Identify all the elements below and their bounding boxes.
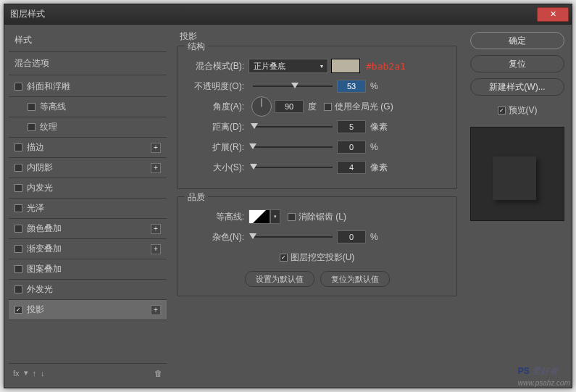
spread-slider[interactable]	[253, 142, 333, 152]
sidebar-item-inner-shadow[interactable]: 内阴影+	[9, 158, 167, 178]
contour-row: 等高线: ▾ 消除锯齿 (L)	[183, 209, 451, 225]
antialias-checkbox[interactable]	[288, 213, 296, 221]
sidebar-item-pattern-overlay[interactable]: 图案叠加	[9, 259, 167, 280]
sidebar-item-label: 纹理	[40, 121, 57, 133]
sidebar-item-gradient-overlay[interactable]: 渐变叠加+	[9, 239, 167, 259]
unit: 像素	[370, 162, 388, 174]
label: 不透明度(O):	[183, 80, 249, 93]
sidebar-header-blend[interactable]: 混合选项	[9, 54, 167, 73]
contour-preview[interactable]	[249, 209, 270, 224]
distance-row: 距离(D): 像素	[183, 119, 451, 135]
add-icon[interactable]: +	[151, 224, 161, 234]
sidebar-item-outer-glow[interactable]: 外发光	[9, 280, 167, 300]
checkbox[interactable]	[14, 164, 22, 172]
sidebar-item-label: 内阴影	[27, 162, 53, 174]
noise-slider[interactable]	[253, 232, 333, 242]
blend-mode-select[interactable]: 正片叠底 ▾	[249, 59, 328, 73]
global-light-checkbox[interactable]	[324, 103, 332, 111]
ok-button[interactable]: 确定	[470, 32, 564, 49]
sidebar-item-inner-glow[interactable]: 内发光	[9, 178, 167, 199]
checkbox[interactable]	[28, 103, 36, 111]
opacity-row: 不透明度(O): %	[183, 78, 451, 94]
knockout-checkbox[interactable]	[280, 254, 288, 262]
sidebar-item-label: 内发光	[27, 182, 53, 194]
preview-checkbox[interactable]	[498, 107, 506, 114]
new-style-button[interactable]: 新建样式(W)...	[470, 78, 564, 96]
label: 扩展(R):	[183, 141, 249, 154]
sidebar-item-label: 光泽	[27, 202, 44, 214]
checkbox[interactable]	[14, 225, 22, 233]
sidebar-item-color-overlay[interactable]: 颜色叠加+	[9, 219, 167, 239]
angle-dial[interactable]	[251, 96, 272, 117]
checkbox[interactable]	[28, 123, 36, 131]
sidebar-item-drop-shadow[interactable]: 投影+	[9, 300, 167, 320]
distance-slider[interactable]	[253, 122, 333, 132]
default-buttons: 设置为默认值 复位为默认值	[183, 271, 451, 287]
fx-menu[interactable]: fx	[13, 369, 20, 378]
add-icon[interactable]: +	[151, 163, 161, 173]
watermark-text: 爱好者	[532, 366, 558, 376]
sidebar-item-label: 图案叠加	[27, 263, 62, 275]
opacity-input[interactable]	[337, 80, 366, 93]
preview-label: 预览(V)	[509, 104, 538, 117]
sidebar-item-satin[interactable]: 光泽	[9, 199, 167, 219]
add-icon[interactable]: +	[151, 143, 161, 153]
distance-input[interactable]	[337, 120, 366, 133]
effects-list: 斜面和浮雕 等高线 纹理 描边+ 内阴影+ 内发光 光泽 颜色叠加+ 渐变叠加+…	[9, 77, 167, 363]
sidebar-item-label: 斜面和浮雕	[27, 80, 70, 93]
label: 杂色(N):	[183, 231, 249, 243]
sidebar-item-bevel[interactable]: 斜面和浮雕	[9, 77, 167, 97]
set-default-button[interactable]: 设置为默认值	[245, 271, 314, 287]
spread-input[interactable]	[337, 141, 366, 154]
arrow-down-icon[interactable]: ↓	[41, 369, 45, 378]
checkbox[interactable]	[14, 265, 22, 273]
contour-dropdown[interactable]: ▾	[270, 209, 280, 224]
checkbox[interactable]	[14, 285, 22, 293]
sidebar-item-stroke[interactable]: 描边+	[9, 138, 167, 158]
divider	[9, 75, 167, 75]
panel-title: 投影	[180, 30, 457, 43]
sidebar-header-styles[interactable]: 样式	[9, 30, 167, 50]
sidebar-item-label: 外发光	[27, 283, 53, 296]
sidebar-item-contour[interactable]: 等高线	[9, 97, 167, 117]
arrow-up-icon[interactable]: ↑	[33, 369, 37, 378]
add-icon[interactable]: +	[151, 305, 161, 315]
structure-group: 结构 混合模式(B): 正片叠底 ▾ #bab2a1 不透明度(O): %	[177, 46, 457, 189]
antialias-label: 消除锯齿 (L)	[299, 211, 346, 223]
legend: 品质	[185, 191, 208, 204]
unit: %	[370, 81, 378, 91]
sidebar-item-label: 投影	[27, 304, 44, 316]
checkbox[interactable]	[14, 143, 22, 151]
color-swatch[interactable]	[331, 59, 360, 73]
add-icon[interactable]: +	[151, 244, 161, 254]
label: 距离(D):	[183, 121, 249, 133]
cancel-button[interactable]: 复位	[470, 55, 564, 72]
reset-default-button[interactable]: 复位为默认值	[320, 271, 390, 287]
angle-row: 角度(A): 度 使用全局光 (G)	[183, 99, 451, 114]
checkbox[interactable]	[14, 306, 22, 314]
sidebar-item-label: 颜色叠加	[27, 222, 62, 235]
checkbox[interactable]	[14, 83, 22, 91]
trash-icon[interactable]: 🗑	[154, 369, 162, 378]
size-slider[interactable]	[253, 162, 333, 172]
watermark-logo: PS	[518, 366, 530, 376]
sidebar-item-texture[interactable]: 纹理	[9, 117, 167, 138]
checkbox[interactable]	[14, 184, 22, 192]
noise-input[interactable]	[337, 230, 366, 243]
size-input[interactable]	[337, 161, 366, 174]
watermark: PS 爱好者 www.psahz.com	[518, 365, 570, 388]
select-value: 正片叠底	[254, 61, 285, 72]
action-panel: 确定 复位 新建样式(W)... 预览(V)	[463, 25, 572, 388]
chevron-down-icon[interactable]: ▾	[24, 368, 28, 378]
noise-row: 杂色(N): %	[183, 229, 451, 245]
unit: %	[370, 232, 378, 242]
color-annotation: #bab2a1	[366, 61, 406, 72]
sidebar-item-label: 等高线	[40, 101, 66, 113]
checkbox[interactable]	[14, 204, 22, 212]
size-row: 大小(S): 像素	[183, 159, 451, 175]
watermark-url: www.psahz.com	[518, 379, 570, 387]
close-button[interactable]: ✕	[537, 7, 569, 22]
angle-input[interactable]	[275, 100, 304, 113]
checkbox[interactable]	[14, 245, 22, 253]
opacity-slider[interactable]	[253, 81, 333, 91]
